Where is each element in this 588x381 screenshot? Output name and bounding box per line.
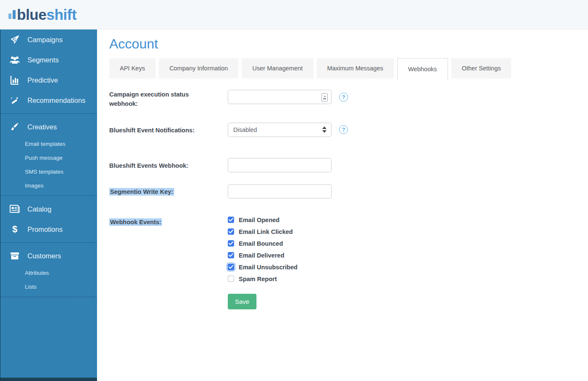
checkbox-email-link-clicked[interactable]: Email Link Clicked (228, 228, 297, 235)
sidebar-item-campaigns[interactable]: Campaigns (0, 30, 97, 50)
autofill-contact-icon[interactable] (321, 93, 328, 102)
account-tabs: API Keys Company Information User Manage… (109, 58, 588, 81)
bar-chart-icon (9, 75, 20, 85)
campaign-execution-webhook-label: Campaign execution status webhook: (109, 90, 228, 109)
webhook-events-list: Email Opened Email Link Clicked Email Bo… (228, 215, 297, 282)
sidebar-item-recommendations[interactable]: Recommendations (0, 90, 97, 110)
sidebar-bottom-strip (0, 378, 97, 381)
sidebar-item-sms-templates[interactable]: SMS templates (0, 165, 97, 179)
sidebar-divider (0, 196, 97, 196)
dollar-icon: $ (9, 225, 20, 234)
sidebar-item-label: Campaigns (27, 36, 62, 44)
sidebar-item-label: Catalog (27, 205, 51, 213)
save-button[interactable]: Save (228, 294, 256, 309)
sidebar-item-label: Customers (27, 252, 61, 260)
paint-brush-icon (9, 122, 20, 131)
sidebar-item-push-message[interactable]: Push message (0, 151, 97, 165)
sidebar-item-customers[interactable]: Customers (0, 246, 97, 266)
sidebar-item-label: Recommendations (27, 97, 86, 105)
checkbox-checked-icon[interactable] (228, 217, 234, 223)
events-webhook-label: Blueshift Events Webhook: (109, 158, 228, 170)
tab-other-settings[interactable]: Other Settings (451, 58, 512, 78)
events-webhook-input[interactable] (228, 158, 332, 172)
segmentio-write-key-input[interactable] (228, 184, 332, 199)
sidebar-item-catalog[interactable]: Catalog (0, 199, 97, 219)
checkbox-email-delivered[interactable]: Email Delivered (228, 252, 297, 259)
sidebar-subitem-label: Push message (25, 155, 62, 161)
sidebar-item-predictive[interactable]: Predictive (0, 70, 97, 90)
sidebar-subitem-label: SMS templates (25, 169, 64, 175)
form-row-events-webhook: Blueshift Events Webhook: (109, 158, 588, 172)
sidebar-item-creatives[interactable]: Creatives (0, 117, 97, 137)
sidebar-item-images[interactable]: Images (0, 179, 97, 193)
checkbox-checked-icon[interactable] (228, 252, 234, 258)
segmentio-write-key-label: Segmentio Write Key: (109, 184, 228, 196)
sidebar-item-attributes[interactable]: Attributes (0, 266, 97, 280)
form-row-campaign-execution: Campaign execution status webhook: ? (109, 90, 588, 109)
checkbox-email-unsubscribed[interactable]: Email Unsubscribed (228, 264, 297, 271)
blueshift-logo[interactable]: blueshift (0, 7, 76, 22)
tab-company-information[interactable]: Company Information (159, 58, 239, 78)
event-notifications-label: Blueshift Event Notifications: (109, 123, 228, 135)
page-title: Account (109, 36, 588, 52)
archive-box-icon (9, 251, 20, 260)
sidebar-subitem-label: Email templates (25, 141, 65, 147)
checkbox-email-bounced[interactable]: Email Bounced (228, 240, 297, 247)
logo-text-light: shift (46, 6, 76, 23)
sidebar-item-promotions[interactable]: $ Promotions (0, 219, 97, 239)
checkbox-checked-icon[interactable] (228, 228, 234, 235)
users-icon (9, 55, 20, 64)
tab-webhooks[interactable]: Webhooks (397, 58, 448, 81)
paper-plane-icon (9, 35, 20, 44)
sidebar-item-label: Predictive (27, 76, 58, 84)
logo-bars-icon (8, 10, 16, 19)
newspaper-icon (9, 204, 20, 214)
sidebar-nav: Campaigns Segments Predictive (0, 30, 97, 381)
top-header: blueshift (0, 0, 588, 30)
sidebar-item-segments[interactable]: Segments (0, 50, 97, 70)
campaign-execution-webhook-input[interactable] (228, 90, 332, 104)
sidebar-item-label: Segments (27, 56, 59, 64)
help-icon[interactable]: ? (339, 93, 348, 102)
magic-wand-icon (9, 96, 20, 105)
event-notifications-select[interactable]: Disabled (228, 123, 332, 137)
checkbox-checked-focused-icon[interactable] (228, 264, 234, 270)
sidebar-item-lists[interactable]: Lists (0, 280, 97, 294)
form-row-webhook-events: Webhook Events: Email Opened Email Link … (109, 215, 588, 282)
tab-maximum-messages[interactable]: Maximum Messages (317, 58, 394, 78)
checkbox-checked-icon[interactable] (228, 240, 234, 247)
main-content: Account API Keys Company Information Use… (97, 30, 588, 381)
sidebar-divider (0, 113, 97, 114)
checkbox-unchecked-icon[interactable] (228, 276, 234, 282)
sidebar-subitem-label: Images (25, 182, 43, 189)
checkbox-email-opened[interactable]: Email Opened (228, 217, 297, 223)
select-stepper-icon (322, 126, 326, 133)
form-row-event-notifications: Blueshift Event Notifications: Disabled … (109, 123, 588, 137)
sidebar-item-label: Promotions (27, 225, 62, 233)
tab-api-keys[interactable]: API Keys (109, 58, 156, 78)
sidebar-divider (0, 297, 97, 297)
webhook-events-label: Webhook Events: (109, 215, 228, 227)
sidebar-subitem-label: Attributes (25, 270, 49, 276)
select-value: Disabled (233, 126, 257, 133)
form-row-segmentio-key: Segmentio Write Key: (109, 184, 588, 199)
webhooks-form: Campaign execution status webhook: ? Blu… (109, 90, 588, 309)
sidebar-divider (0, 242, 97, 243)
sidebar-subitem-label: Lists (25, 284, 37, 290)
sidebar-item-label: Creatives (27, 123, 57, 131)
sidebar-item-email-templates[interactable]: Email templates (0, 137, 97, 151)
checkbox-spam-report[interactable]: Spam Report (228, 276, 297, 282)
tab-user-management[interactable]: User Management (242, 58, 313, 78)
logo-text-dark: blue (17, 6, 46, 23)
help-icon[interactable]: ? (339, 125, 348, 134)
